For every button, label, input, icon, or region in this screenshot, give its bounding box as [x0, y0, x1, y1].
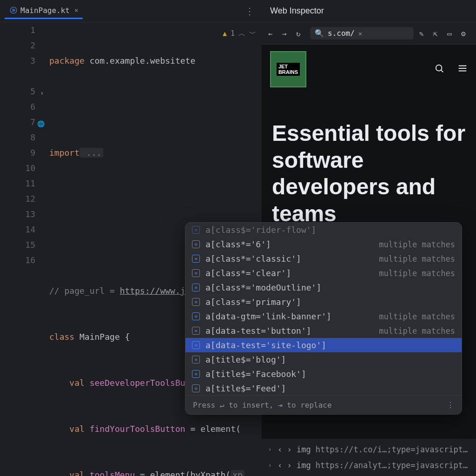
file-tab-mainpage[interactable]: MainPage.kt ×: [5, 3, 83, 19]
completion-item[interactable]: ≡a[class$='rider-flow']: [185, 223, 462, 237]
completion-item[interactable]: ≡a[title$='blog']: [185, 352, 462, 367]
logo-text: JET BRAINS: [277, 63, 300, 76]
completion-note: multiple matches: [379, 326, 455, 336]
dom-src: https://analyt…;type=javascript&am: [316, 457, 469, 473]
url-text: s.com/: [328, 29, 355, 38]
completion-note: multiple matches: [379, 240, 455, 249]
completion-item[interactable]: ≡a[class*='6']multiple matches: [185, 237, 462, 251]
completion-note: multiple matches: [379, 312, 455, 321]
completion-item[interactable]: ≡a[data-test='button']multiple matches: [185, 324, 462, 338]
dom-row[interactable]: ›‹ › imghttps://analyt…;type=javascript&…: [262, 457, 476, 473]
close-icon[interactable]: ×: [74, 7, 78, 14]
dom-tag: ‹ › img: [278, 457, 311, 473]
url-field[interactable]: 🔍 s.com/ ✕: [310, 27, 414, 40]
completion-item[interactable]: ≡a[class*='primary']: [185, 295, 462, 309]
param-hint: xp: [231, 470, 245, 476]
line-number: 3: [0, 53, 35, 68]
line-number: 12: [0, 191, 35, 206]
css-selector-icon: ≡: [192, 255, 200, 263]
brace: {: [125, 332, 130, 342]
folded-import[interactable]: ...: [79, 148, 103, 158]
class-name: MainPage: [74, 332, 125, 342]
line-number: [0, 68, 35, 84]
css-selector-icon: ≡: [192, 370, 200, 378]
back-icon[interactable]: ←: [268, 29, 277, 38]
keyword: val: [49, 378, 85, 388]
expand-icon[interactable]: ›: [268, 442, 273, 457]
reload-icon[interactable]: ↻: [296, 29, 304, 38]
kebab-icon[interactable]: ⋮: [447, 401, 454, 410]
search-icon[interactable]: [434, 63, 444, 75]
settings-icon[interactable]: ⚙: [461, 29, 469, 38]
forward-icon[interactable]: →: [282, 29, 291, 38]
text: =: [185, 424, 201, 434]
completion-label: a[class*='classic']: [205, 254, 301, 264]
keyword: val: [49, 470, 85, 476]
css-selector-icon: ≡: [192, 298, 200, 306]
completion-label: a[data-gtm='link-banner']: [205, 311, 331, 321]
dom-src: https://t.co/i…;type=javascript&am: [316, 442, 469, 457]
site-logo[interactable]: JET BRAINS: [270, 51, 306, 87]
keyword: class: [49, 332, 74, 342]
line-number: 10: [0, 160, 35, 176]
line-number: 16: [0, 252, 35, 268]
keyword: val: [49, 424, 85, 434]
page-header: JET BRAINS: [262, 45, 476, 94]
text: =: [135, 470, 150, 476]
gutter: 1235678910111213141516: [0, 22, 46, 476]
line-number: 9: [0, 145, 35, 160]
line-number: 14: [0, 222, 35, 237]
completion-label: a[class*='primary']: [205, 297, 301, 307]
tab-bar: MainPage.kt × ⋮: [0, 0, 262, 22]
css-selector-icon: ≡: [192, 312, 200, 320]
search-icon: 🔍: [315, 29, 324, 38]
completion-label: a[class*='clear']: [205, 268, 291, 278]
completion-item[interactable]: ≡a[title$='Facebook']: [185, 367, 462, 381]
clear-icon[interactable]: ✕: [358, 30, 362, 37]
line-number: 13: [0, 206, 35, 222]
tab-options-icon[interactable]: ⋮: [242, 6, 257, 17]
line-number: 5: [0, 84, 35, 99]
inspector-title: Web Inspector: [262, 0, 476, 22]
package-name: com.example.websitete: [85, 56, 195, 66]
completion-item[interactable]: ≡a[data-test='site-logo']: [185, 338, 462, 352]
highlight-icon[interactable]: ✎: [419, 29, 428, 38]
dom-tag: ‹ › img: [278, 442, 311, 457]
completion-item[interactable]: ≡a[class*='modeOutline']: [185, 280, 462, 295]
keyword: import: [49, 148, 79, 158]
menu-icon[interactable]: [457, 63, 468, 75]
call: element(: [200, 424, 241, 434]
completion-label: a[title$='Facebook']: [205, 369, 306, 379]
expand-icon[interactable]: ›: [268, 457, 273, 473]
kotlin-file-icon: [9, 6, 18, 14]
svg-point-1: [436, 65, 442, 71]
line-number: 8: [0, 130, 35, 145]
dom-tree[interactable]: ›‹ › imghttps://t.co/i…;type=javascript&…: [262, 439, 476, 476]
css-selector-icon: ≡: [192, 240, 200, 248]
globe-icon[interactable]: 🌐: [37, 116, 45, 132]
popup-footer: Press ↵ to insert, ⇥ to replace ⋮: [185, 396, 462, 414]
completion-item[interactable]: ≡a[class*='clear']multiple matches: [185, 266, 462, 280]
dom-row[interactable]: ›‹ › imghttps://t.co/i…;type=javascript&…: [262, 442, 476, 457]
completion-item[interactable]: ≡a[data-gtm='link-banner']multiple match…: [185, 309, 462, 324]
inspector-toolbar: ← → ↻ 🔍 s.com/ ✕ ✎ ⇱ ▭ ⚙: [262, 22, 476, 45]
line-number: 15: [0, 237, 35, 252]
completion-label: a[data-test='site-logo']: [205, 340, 326, 350]
line-number: 6: [0, 99, 35, 114]
completion-label: a[data-test='button']: [205, 326, 311, 336]
hero-text: Essential tools for software developers …: [262, 94, 476, 231]
css-selector-icon: ≡: [192, 226, 200, 234]
call: element(byXpath(: [150, 470, 231, 476]
footer-hint: Press ↵ to insert, ⇥ to replace: [193, 401, 332, 410]
completion-label: a[class*='modeOutline']: [205, 283, 321, 292]
completion-item[interactable]: ≡a[title$='Feed']: [185, 381, 462, 396]
css-selector-icon: ≡: [192, 356, 200, 364]
completion-popup[interactable]: ≡a[class$='rider-flow']≡a[class*='6']mul…: [185, 222, 462, 415]
css-selector-icon: ≡: [192, 341, 200, 349]
export-icon[interactable]: ⇱: [433, 29, 442, 38]
completion-item[interactable]: ≡a[class*='classic']multiple matches: [185, 251, 462, 266]
devices-icon[interactable]: ▭: [447, 29, 456, 38]
css-selector-icon: ≡: [192, 327, 200, 335]
fold-icon[interactable]: ›: [40, 86, 44, 101]
completion-label: a[title$='Feed']: [205, 383, 286, 393]
